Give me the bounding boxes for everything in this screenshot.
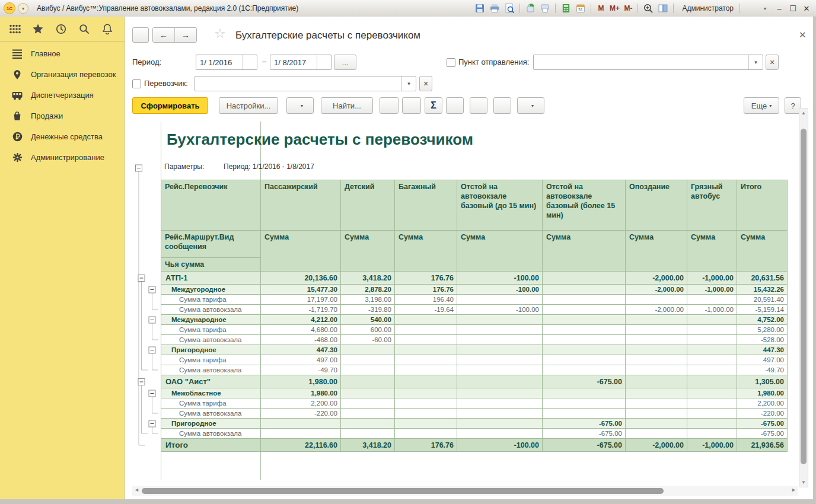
minimize-button[interactable]: – (773, 4, 785, 13)
notifications-icon[interactable] (101, 23, 114, 36)
home-button[interactable] (132, 27, 149, 43)
cell-value: 3,418.20 (341, 272, 395, 285)
cell-value (341, 419, 395, 429)
cell-value (543, 365, 626, 375)
send-link-icon[interactable] (524, 2, 537, 14)
measure-header: Сумма (687, 231, 737, 272)
search-icon[interactable] (78, 23, 91, 36)
m-plus-label[interactable]: M+ (608, 2, 620, 14)
print-icon[interactable] (488, 2, 501, 14)
cell-value (543, 285, 626, 295)
departure-label: Пункт отправления: (458, 58, 529, 66)
send-mail-button[interactable]: ▾ (517, 97, 544, 114)
scroll-up-icon[interactable]: ▲ (799, 110, 808, 116)
collapse-groups-button[interactable] (380, 97, 399, 114)
1c-logo-icon[interactable]: 1С (4, 2, 15, 14)
current-user[interactable]: Администратор (677, 4, 736, 12)
table-row: Межобластное1,980.001,980.00 (161, 388, 788, 398)
dropdown-chevron-icon[interactable]: ▾ (401, 76, 416, 91)
sidebar-item-administration[interactable]: Администрирование (0, 147, 125, 168)
cell-value: -2,000.00 (626, 439, 687, 452)
m-minus-label[interactable]: M- (622, 2, 634, 14)
carrier-clear-button[interactable]: ✕ (419, 76, 432, 91)
print-preview-icon[interactable] (503, 2, 516, 14)
m-label[interactable]: M (595, 2, 607, 14)
form-close-icon[interactable]: ✕ (799, 30, 807, 40)
horizontal-scrollbar[interactable]: ◄ ► (132, 486, 798, 496)
more-button[interactable]: Еще▾ (744, 97, 779, 114)
maximize-button[interactable]: ☐ (787, 4, 799, 13)
departure-input[interactable] (534, 55, 748, 69)
column-header: Рейс.Маршрут.Вид сообщения (161, 231, 261, 258)
departure-checkbox[interactable] (447, 58, 455, 67)
scroll-down-icon[interactable]: ▼ (799, 480, 808, 485)
dropdown-chevron-icon[interactable]: ▾ (748, 55, 763, 69)
separator (638, 4, 638, 13)
sidebar-item-label: Диспетчеризация (31, 91, 94, 100)
carrier-checkbox[interactable] (132, 79, 141, 88)
apps-grid-icon[interactable] (8, 23, 21, 36)
cell-value (543, 335, 626, 345)
carrier-input[interactable] (195, 76, 401, 91)
sidebar-item-sales[interactable]: Продажи (0, 106, 125, 126)
period-to-input[interactable] (270, 55, 317, 69)
generate-button[interactable]: Сформировать (132, 97, 208, 114)
settings-button[interactable]: Настройки... (219, 97, 278, 114)
system-menu-chevron-icon[interactable]: ▾ (18, 3, 28, 14)
sidebar-item-money[interactable]: Денежные средства (0, 126, 125, 147)
sidebar-item-dispatching[interactable]: Диспетчеризация (0, 85, 125, 106)
sidebar-item-label: Денежные средства (31, 132, 103, 141)
cell-value: 17,197.00 (261, 295, 341, 305)
measure-header: Сумма (395, 231, 457, 272)
period-more-button[interactable]: ... (334, 55, 356, 70)
totals-button[interactable]: Σ (425, 97, 442, 114)
history-icon[interactable] (55, 23, 68, 36)
forward-button[interactable]: → (174, 28, 196, 42)
departure-clear-button[interactable]: ✕ (766, 55, 779, 70)
cell-value: 2,200.00 (737, 398, 788, 409)
find-button[interactable]: Найти... (321, 97, 373, 114)
grouping-tree[interactable] (132, 122, 161, 483)
cell-value: -49.70 (737, 365, 788, 375)
print-doc-icon[interactable] (538, 2, 552, 14)
cell-value: 3,418.20 (341, 439, 395, 452)
calculator-icon[interactable] (559, 2, 572, 14)
save-button[interactable] (493, 97, 511, 114)
favorites-icon[interactable] (31, 23, 44, 36)
cell-value (457, 315, 543, 325)
cell-value: -100.00 (457, 439, 543, 452)
vertical-scroll-thumb[interactable] (801, 129, 807, 464)
column-header: Грязный автобус (687, 180, 737, 231)
horizontal-scroll-thumb[interactable] (142, 488, 664, 494)
vertical-scrollbar[interactable]: ▲ ▼ (799, 108, 808, 487)
calendar-icon[interactable]: 31 (574, 2, 587, 14)
sidebar-item-transport-organization[interactable]: Организация перевозок (0, 64, 125, 85)
calendar-picker-button[interactable] (243, 55, 257, 69)
cell-value (341, 388, 395, 398)
sidebar-item-main[interactable]: Главное (0, 43, 125, 64)
scroll-right-icon[interactable]: ► (791, 487, 796, 493)
favorite-star-icon[interactable]: ☆ (214, 26, 226, 42)
close-button[interactable]: ✕ (801, 4, 812, 13)
split-view-icon[interactable] (656, 2, 670, 14)
period-from-input[interactable] (196, 55, 243, 69)
report-variants-button[interactable]: ▾ (286, 97, 314, 114)
scroll-left-icon[interactable]: ◄ (134, 487, 139, 493)
save-icon[interactable] (473, 2, 486, 14)
cell-value: -1,000.00 (687, 439, 737, 452)
chevron-down-icon[interactable]: ▾ (758, 2, 772, 14)
cell-value (543, 305, 626, 315)
cell-value: -49.70 (261, 365, 341, 375)
back-button[interactable]: ← (153, 28, 174, 42)
separator (555, 4, 556, 13)
expand-groups-button[interactable] (402, 97, 421, 114)
calendar-picker-button[interactable] (317, 55, 331, 69)
print-preview-button[interactable] (470, 97, 487, 114)
row-label: ОАО "Аист" (161, 375, 261, 388)
zoom-in-icon[interactable] (642, 2, 655, 14)
print-button[interactable] (446, 97, 464, 114)
report-title: Бухгалтерские расчеты с перевозчиком (167, 130, 473, 149)
info-icon[interactable] (744, 2, 757, 14)
row-label: Сумма тарифа (161, 325, 261, 335)
cell-value: 2,200.00 (261, 398, 341, 409)
